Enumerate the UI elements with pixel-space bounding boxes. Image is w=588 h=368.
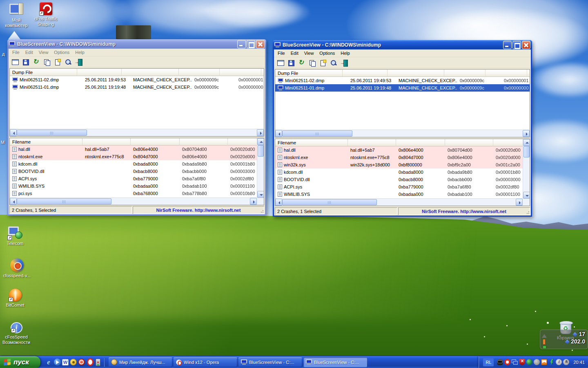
info-tray-icon[interactable] — [556, 359, 562, 365]
taskbar-button-bluescreenview-c[interactable]: BlueScreenView - C:... — [238, 357, 302, 367]
find-button[interactable] — [328, 58, 338, 67]
titlebar[interactable]: BlueScreenView - C:\WINDOWS\minidump — [7, 39, 266, 49]
column-header-filename[interactable]: Filename — [10, 138, 82, 145]
horizontal-scrollbar[interactable] — [275, 198, 530, 206]
media-player-icon[interactable] — [54, 359, 61, 366]
menu-item-options[interactable]: Options — [51, 49, 72, 56]
agent-tray-icon[interactable] — [497, 359, 503, 365]
properties-button[interactable] — [52, 57, 62, 67]
scroll-right-button[interactable] — [250, 198, 257, 205]
scroll-right-button[interactable] — [523, 130, 530, 137]
table-row[interactable]: Mini062511-01.dmp25.06.2011 19:19:48MACH… — [275, 84, 530, 92]
save-button[interactable] — [286, 58, 296, 67]
nirsoft-link[interactable]: NirSoft Freeware. http://www.nirsoft.net — [156, 208, 241, 213]
save-button[interactable] — [20, 57, 30, 67]
column-header-filename[interactable]: Filename — [275, 139, 348, 146]
table-row[interactable]: pci.sys0xba7680000xba778b800x00010b80 — [10, 190, 264, 197]
copy-button[interactable] — [307, 58, 317, 67]
find-button[interactable] — [63, 57, 73, 67]
horizontal-scrollbar[interactable] — [275, 130, 530, 137]
scrollbar-thumb[interactable] — [17, 130, 87, 136]
scroll-right-button[interactable] — [516, 199, 523, 206]
speed-tray-icon[interactable] — [548, 359, 555, 365]
taskbar-button-мир-линейдж-лучш[interactable]: Мир Линейдж. Лучш... — [109, 357, 172, 367]
close-button[interactable] — [522, 41, 530, 49]
menu-item-view[interactable]: View — [301, 50, 317, 56]
scrollbar-thumb[interactable] — [258, 145, 264, 157]
bluescreenview-window-left[interactable]: BlueScreenView - C:\WINDOWS\minidump Fil… — [7, 39, 266, 215]
resize-grip[interactable] — [525, 210, 530, 215]
ie-icon[interactable] — [45, 358, 53, 366]
titlebar[interactable]: BlueScreenView - C:\WINDOWS\minidump — [273, 40, 532, 49]
icq-icon[interactable] — [70, 359, 77, 366]
scroll-up-button[interactable] — [523, 139, 530, 146]
menu-item-view[interactable]: View — [36, 49, 51, 56]
column-header-dump-file[interactable]: Dump File — [10, 69, 77, 76]
word-icon[interactable] — [62, 359, 69, 366]
menu-item-help[interactable]: Help — [338, 50, 353, 56]
scroll-left-button[interactable] — [275, 199, 282, 206]
scroll-left-button[interactable] — [10, 198, 17, 205]
desktop-icon-bitcomet[interactable]: BitComet — [1, 289, 29, 308]
bluescreenview-window-right[interactable]: BlueScreenView - C:\WINDOWS\minidump Fil… — [273, 40, 532, 217]
security-tray-icon[interactable] — [519, 359, 525, 365]
maximize-button[interactable] — [247, 40, 255, 48]
scrollbar-thumb[interactable] — [17, 198, 111, 204]
scrollbar-thumb[interactable] — [282, 199, 377, 205]
refresh-button[interactable] — [31, 57, 41, 67]
exit-button[interactable] — [339, 58, 349, 67]
cfos-tray-icon[interactable] — [526, 359, 532, 365]
network-tray-icon[interactable] — [512, 359, 518, 365]
mail-tray-icon[interactable] — [541, 359, 547, 365]
nirsoft-link[interactable]: NirSoft Freeware. http://www.nirsoft.net — [422, 209, 506, 214]
menu-item-help[interactable]: Help — [72, 49, 87, 56]
minimize-button[interactable] — [237, 40, 246, 48]
horizontal-scrollbar[interactable] — [10, 129, 264, 136]
desktop-icon-cfos-traffic[interactable]: cFos Traffic Shaping — [29, 2, 62, 27]
traffic-monitor-widget[interactable]: 17 202.0 — [540, 330, 588, 349]
scrollbar-thumb[interactable] — [282, 130, 352, 137]
scroll-left-button[interactable] — [275, 130, 282, 137]
phone-icon[interactable] — [96, 359, 100, 366]
horizontal-scrollbar[interactable] — [10, 197, 264, 205]
winamp-icon[interactable] — [78, 359, 85, 366]
scroll-down-button[interactable] — [523, 192, 530, 199]
desktop-icon-cfosspeed[interactable]: cfosspeed-v... — [0, 258, 35, 278]
taskbar-button-wind-x12-opera[interactable]: Wind x12 - Opera — [174, 357, 237, 367]
language-indicator[interactable]: RL — [483, 358, 494, 366]
refresh-button[interactable] — [296, 58, 306, 67]
desktop-icon-telecom[interactable]: Telecom — [1, 226, 29, 246]
start-button[interactable]: пуск — [0, 356, 40, 368]
table-row[interactable]: WMILIB.SYS0xbadaa0000xbadab1000x00001100 — [275, 191, 530, 198]
menu-item-options[interactable]: Options — [316, 50, 338, 56]
desktop-icon-cfosspeed-help[interactable]: cFosSpeed Возможности — [0, 321, 34, 345]
scroll-up-button[interactable] — [257, 138, 264, 145]
opera-icon[interactable] — [86, 358, 94, 366]
update-tray-icon[interactable] — [563, 359, 569, 365]
desktop-icon-my-computer[interactable]: Мой компьютер — [2, 2, 31, 28]
opera-tray-icon[interactable] — [504, 359, 510, 365]
scroll-left-button[interactable] — [10, 129, 17, 136]
resize-grip[interactable] — [259, 209, 264, 213]
copy-button[interactable] — [42, 57, 51, 67]
vertical-scrollbar[interactable] — [523, 139, 530, 199]
vertical-scrollbar[interactable] — [257, 138, 264, 198]
scroll-right-button[interactable] — [257, 129, 264, 136]
menu-item-file[interactable]: File — [275, 50, 288, 56]
maximize-button[interactable] — [512, 41, 521, 49]
minimize-button[interactable] — [503, 41, 512, 49]
taskbar-button-bluescreenview-c[interactable]: BlueScreenView - C:... — [303, 357, 367, 367]
menu-item-edit[interactable]: Edit — [22, 49, 36, 56]
scroll-down-button[interactable] — [257, 191, 264, 198]
column-header-dump-file[interactable]: Dump File — [275, 70, 343, 76]
advanced-options-button[interactable] — [275, 58, 285, 67]
volume-tray-icon[interactable] — [534, 359, 540, 365]
scrollbar-thumb[interactable] — [523, 146, 530, 157]
menu-item-edit[interactable]: Edit — [288, 50, 301, 56]
properties-button[interactable] — [318, 58, 327, 67]
close-button[interactable] — [256, 40, 265, 48]
table-row[interactable]: Mini062511-01.dmp25.06.2011 19:19:48MACH… — [10, 83, 264, 91]
menu-item-file[interactable]: File — [9, 49, 22, 56]
advanced-options-button[interactable] — [10, 57, 20, 67]
exit-button[interactable] — [74, 57, 83, 67]
